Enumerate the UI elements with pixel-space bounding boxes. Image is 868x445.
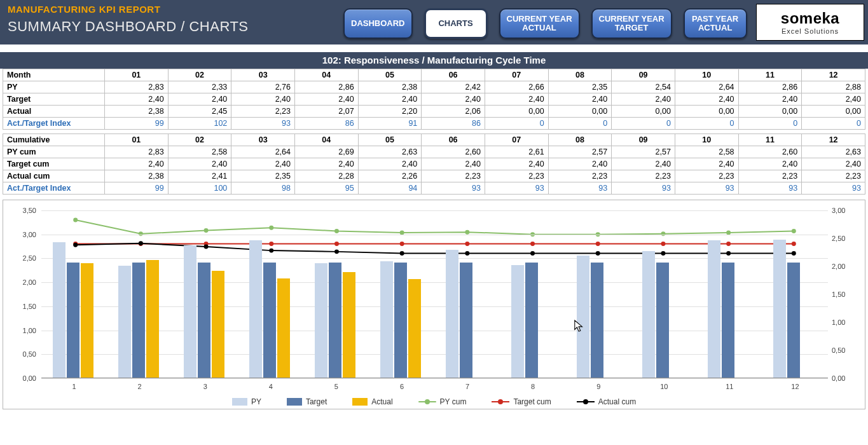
- marker-py-cum: [204, 228, 209, 233]
- monthly-table: Month010203040506070809101112 PY2,832,33…: [3, 69, 865, 130]
- y-tick-right: 0,00: [832, 374, 853, 382]
- cy-target-button[interactable]: CURRENT YEAR TARGET: [591, 8, 672, 39]
- cell: 0,00: [612, 106, 675, 118]
- bar-py: [249, 240, 262, 378]
- cell: 102: [168, 118, 231, 130]
- cell: 2,40: [548, 93, 612, 106]
- cell: 93: [231, 118, 295, 130]
- marker-actual-cum: [530, 251, 535, 256]
- cell: 0: [675, 118, 738, 130]
- col-header: 02: [168, 69, 231, 81]
- page-subtitle: SUMMARY DASHBOARD / CHARTS: [8, 18, 337, 35]
- cell: 2,40: [168, 93, 231, 106]
- bar-py: [315, 263, 327, 378]
- legend-py: PY: [232, 397, 261, 406]
- cell: 93: [548, 182, 612, 195]
- col-header: 02: [168, 134, 231, 146]
- y-tick-right: 1,00: [832, 318, 853, 326]
- chart[interactable]: 123456789101112 PY Target Actual PY cum …: [3, 200, 865, 409]
- col-header: 05: [358, 69, 422, 81]
- cell: 2,40: [231, 93, 295, 106]
- marker-target-cum: [726, 242, 731, 246]
- cell: 2,40: [548, 158, 612, 170]
- marker-actual-cum: [465, 251, 469, 256]
- y-tick-left: 3,00: [15, 231, 36, 238]
- cell: 2,83: [105, 146, 169, 158]
- y-tick-left: 3,50: [15, 207, 36, 214]
- col-header: 06: [422, 69, 485, 81]
- legend-pycum: PY cum: [418, 397, 467, 406]
- marker-target-cum: [596, 242, 600, 246]
- cell: 99: [105, 182, 169, 195]
- bar-target: [722, 263, 734, 378]
- cell: 2,35: [548, 81, 612, 93]
- cell: 2,35: [231, 170, 295, 182]
- logo: someka Excel Solutions: [756, 4, 864, 41]
- cell: 2,86: [294, 81, 358, 93]
- cell: 0,00: [802, 106, 865, 118]
- cell: 2,40: [485, 93, 548, 106]
- cell: 0,00: [675, 106, 738, 118]
- cell: 93: [802, 182, 865, 195]
- cell: 2,45: [168, 106, 231, 118]
- y-tick-left: 0,50: [15, 350, 36, 358]
- cell: 2,86: [738, 81, 802, 93]
- accum-label: Actual cum: [3, 170, 105, 182]
- cell: 2,38: [105, 106, 169, 118]
- cell: 2,57: [548, 146, 612, 158]
- py-actual-button[interactable]: PAST YEAR ACTUAL: [684, 8, 747, 39]
- marker-actual-cum: [73, 243, 78, 247]
- cell: 93: [612, 182, 675, 195]
- x-tick: 1: [68, 383, 81, 390]
- y-tick-right: 2,00: [832, 263, 853, 270]
- y-tick-right: 3,00: [832, 207, 853, 214]
- bar-actual: [146, 260, 159, 378]
- cell: 2,20: [358, 106, 422, 118]
- cell: 2,40: [802, 93, 865, 106]
- cell: 2,26: [358, 170, 422, 182]
- cell: 2,40: [738, 93, 802, 106]
- cell: 2,40: [802, 158, 865, 170]
- col-header: 10: [675, 134, 738, 146]
- cell: 2,40: [294, 93, 358, 106]
- bar-target: [263, 263, 276, 378]
- cell: 2,83: [105, 81, 169, 93]
- cum-label: Cumulative: [3, 134, 105, 146]
- charts-button[interactable]: CHARTS: [424, 8, 488, 39]
- cell: 2,33: [168, 81, 231, 93]
- marker-actual-cum: [269, 249, 273, 253]
- cell: 0: [802, 118, 865, 130]
- marker-actual-cum: [139, 241, 143, 245]
- marker-target-cum: [400, 242, 404, 246]
- marker-py-cum: [792, 229, 796, 233]
- bar-py: [446, 250, 458, 378]
- x-tick: 11: [723, 383, 736, 390]
- bar-actual: [277, 278, 290, 378]
- cell: 2,40: [612, 158, 675, 170]
- x-tick: 8: [527, 383, 539, 390]
- x-tick: 5: [330, 383, 343, 390]
- cell: 86: [294, 118, 358, 130]
- bar-py: [53, 242, 65, 378]
- cell: 2,66: [485, 81, 548, 93]
- dashboard-button[interactable]: DASHBOARD: [343, 8, 413, 39]
- y-tick-right: 0,50: [832, 346, 853, 354]
- col-header: 12: [802, 69, 865, 81]
- bar-target: [132, 263, 145, 378]
- titles: MANUFACTURING KPI REPORT SUMMARY DASHBOA…: [0, 0, 343, 44]
- cy-actual-button[interactable]: CURRENT YEAR ACTUAL: [499, 8, 580, 39]
- cell: 2,58: [168, 146, 231, 158]
- bar-py: [184, 245, 196, 378]
- cell: 91: [358, 118, 422, 130]
- bar-py: [642, 251, 655, 378]
- col-header: 06: [422, 134, 485, 146]
- cell: 2,40: [231, 158, 295, 170]
- bar-py: [511, 265, 524, 378]
- marker-target-cum: [792, 242, 796, 246]
- actual-label: Actual: [3, 106, 105, 118]
- y-tick-right: 1,50: [832, 291, 853, 298]
- cell: 2,63: [802, 146, 865, 158]
- cell: 2,38: [105, 170, 169, 182]
- cell: 2,38: [358, 81, 422, 93]
- col-header: 12: [802, 134, 865, 146]
